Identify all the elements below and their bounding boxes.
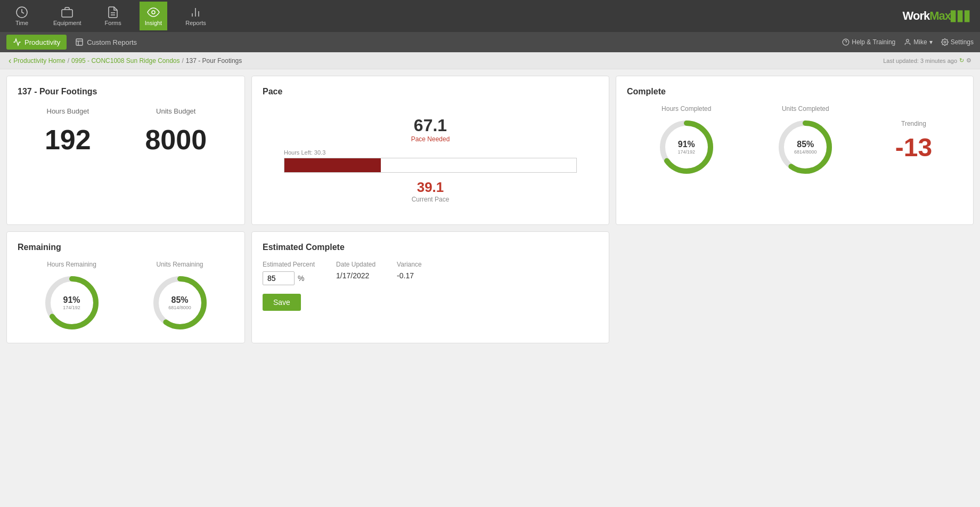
complete-card-title: Complete xyxy=(627,87,962,96)
pace-bar-fill xyxy=(284,158,381,172)
date-updated-field: Date Updated 1/17/2022 xyxy=(336,261,375,280)
hours-remaining-center: 91% 174/192 xyxy=(63,295,80,311)
nav-item-reports[interactable]: Reports xyxy=(180,2,211,30)
breadcrumb-sep-1: / xyxy=(68,57,69,65)
svg-point-4 xyxy=(152,11,155,14)
pace-card: Pace 67.1 Pace Needed Hours Left: 30.3 3… xyxy=(251,76,609,225)
hours-budget-label: Hours Budget xyxy=(45,107,91,115)
settings-button[interactable]: Settings xyxy=(941,38,974,46)
estimated-card: Estimated Complete Estimated Percent % D… xyxy=(251,231,609,343)
units-budget-col: Units Budget 8000 xyxy=(145,107,207,154)
sub-nav-right: Help & Training Mike ▾ Settings xyxy=(842,38,974,46)
main-content: 137 - Pour Footings Hours Budget 192 Uni… xyxy=(0,69,980,350)
units-budget-label: Units Budget xyxy=(145,107,207,115)
hours-remaining-col: Hours Remaining 91% 174/192 xyxy=(43,261,101,332)
svg-rect-8 xyxy=(76,39,83,45)
pace-current-label: Current Pace xyxy=(284,196,577,203)
remaining-grid: Hours Remaining 91% 174/192 Units Remain… xyxy=(18,261,234,332)
breadcrumb-link-project[interactable]: 0995 - CONC1008 Sun Ridge Condos xyxy=(71,57,179,65)
units-completed-col: Units Completed 85% 6814/8000 xyxy=(776,105,835,176)
units-remaining-donut: 85% 6814/8000 xyxy=(151,273,209,332)
pace-current-value: 39.1 xyxy=(284,179,577,196)
settings-icon-breadcrumb[interactable]: ⚙ xyxy=(966,57,971,64)
breadcrumb-current: 137 - Pour Footings xyxy=(186,57,242,65)
budget-grid: Hours Budget 192 Units Budget 8000 xyxy=(18,107,234,154)
hours-completed-col: Hours Completed 91% 174/192 xyxy=(657,105,716,176)
pace-bar-container: Hours Left: 30.3 xyxy=(284,149,577,173)
empty-col xyxy=(616,231,974,343)
user-menu-button[interactable]: Mike ▾ xyxy=(904,38,932,46)
pace-card-title: Pace xyxy=(263,87,598,96)
save-button[interactable]: Save xyxy=(263,294,301,311)
units-completed-center: 85% 6814/8000 xyxy=(794,140,817,155)
trending-value: -13 xyxy=(895,133,932,162)
pace-needed-value: 67.1 xyxy=(284,116,577,135)
sub-nav-left: Productivity Custom Reports xyxy=(6,35,143,50)
refresh-icon[interactable]: ↻ xyxy=(959,57,964,64)
sub-nav: Productivity Custom Reports Help & Train… xyxy=(0,32,980,52)
nav-item-time[interactable]: Time xyxy=(9,2,35,30)
remaining-card-title: Remaining xyxy=(18,243,234,252)
top-nav-items: Time Equipment Forms Insight xyxy=(9,2,211,30)
hours-budget-value: 192 xyxy=(45,126,91,154)
units-completed-donut: 85% 6814/8000 xyxy=(776,118,835,176)
nav-item-forms[interactable]: Forms xyxy=(100,2,127,30)
nav-item-equipment[interactable]: Equipment xyxy=(48,2,87,30)
estimated-percent-field: Estimated Percent % xyxy=(263,261,315,285)
breadcrumb-sep-2: / xyxy=(182,57,184,65)
sub-nav-custom-reports[interactable]: Custom Reports xyxy=(69,35,143,50)
pace-bar-label: Hours Left: 30.3 xyxy=(284,149,577,156)
estimated-form: Estimated Percent % Date Updated 1/17/20… xyxy=(263,261,598,311)
units-remaining-col: Units Remaining 85% 6814/8000 xyxy=(151,261,209,332)
date-updated-value: 1/17/2022 xyxy=(336,271,375,280)
hours-completed-label: Hours Completed xyxy=(657,105,716,112)
complete-grid: Hours Completed 91% 174/192 Units Comple… xyxy=(627,105,962,176)
svg-rect-1 xyxy=(62,10,72,17)
hours-completed-center: 91% 174/192 xyxy=(677,140,695,155)
svg-point-14 xyxy=(944,41,946,43)
complete-card: Complete Hours Completed 91% 174/192 Uni… xyxy=(616,76,974,225)
pace-needed-label: Pace Needed xyxy=(284,135,577,143)
date-updated-label: Date Updated xyxy=(336,261,375,268)
breadcrumb-bar: ‹ Productivity Home / 0995 - CONC1008 Su… xyxy=(0,52,980,69)
percent-symbol: % xyxy=(298,274,304,283)
estimated-card-title: Estimated Complete xyxy=(263,243,598,252)
units-remaining-center: 85% 6814/8000 xyxy=(168,295,191,311)
hours-completed-donut: 91% 174/192 xyxy=(657,118,716,176)
units-budget-value: 8000 xyxy=(145,126,207,154)
trending-label: Trending xyxy=(895,120,932,127)
last-updated: Last updated: 3 minutes ago ↻ ⚙ xyxy=(883,57,971,64)
units-completed-label: Units Completed xyxy=(776,105,835,112)
budget-card: 137 - Pour Footings Hours Budget 192 Uni… xyxy=(6,76,245,225)
variance-field: Variance -0.17 xyxy=(397,261,421,280)
hours-budget-col: Hours Budget 192 xyxy=(45,107,91,154)
pace-center: 67.1 Pace Needed Hours Left: 30.3 39.1 C… xyxy=(263,105,598,214)
nav-item-insight[interactable]: Insight xyxy=(140,2,167,30)
top-nav: Time Equipment Forms Insight xyxy=(0,0,980,32)
budget-card-title: 137 - Pour Footings xyxy=(18,87,234,96)
variance-value: -0.17 xyxy=(397,271,421,280)
estimated-percent-input[interactable] xyxy=(263,271,295,285)
sub-nav-productivity[interactable]: Productivity xyxy=(6,35,67,50)
estimated-input-row: % xyxy=(263,271,315,285)
remaining-card: Remaining Hours Remaining 91% 174/192 Un… xyxy=(6,231,245,343)
hours-remaining-donut: 91% 174/192 xyxy=(43,273,101,332)
variance-label: Variance xyxy=(397,261,421,268)
breadcrumb-link-productivity[interactable]: Productivity Home xyxy=(13,57,65,65)
units-remaining-label: Units Remaining xyxy=(151,261,209,268)
breadcrumb: ‹ Productivity Home / 0995 - CONC1008 Su… xyxy=(9,56,242,66)
breadcrumb-back-icon[interactable]: ‹ xyxy=(9,56,11,66)
trending-col: Trending -13 xyxy=(895,120,932,162)
user-chevron-icon: ▾ xyxy=(929,38,933,46)
help-training-button[interactable]: Help & Training xyxy=(842,38,895,46)
estimated-percent-label: Estimated Percent xyxy=(263,261,315,268)
app-logo: WorkMax▋▋▋ xyxy=(903,9,971,23)
svg-point-13 xyxy=(907,39,909,42)
hours-remaining-label: Hours Remaining xyxy=(43,261,101,268)
estimated-row: Estimated Percent % Date Updated 1/17/20… xyxy=(263,261,598,285)
pace-bar-track xyxy=(284,158,577,173)
